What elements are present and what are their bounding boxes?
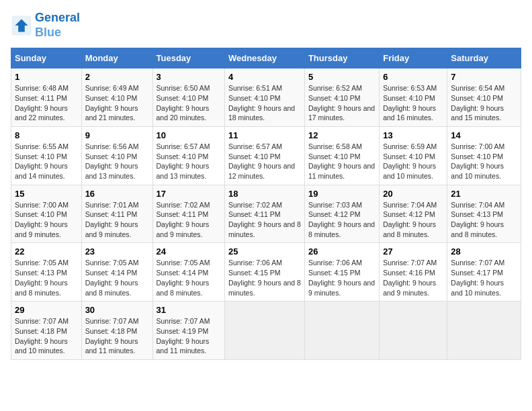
- day-info: Sunrise: 7:05 AM Sunset: 4:14 PM Dayligh…: [85, 258, 149, 298]
- calendar-cell: 20 Sunrise: 7:04 AM Sunset: 4:12 PM Dayl…: [380, 185, 447, 243]
- calendar-table: SundayMondayTuesdayWednesdayThursdayFrid…: [11, 48, 521, 360]
- calendar-cell: 21 Sunrise: 7:04 AM Sunset: 4:13 PM Dayl…: [447, 185, 521, 243]
- day-number: 28: [451, 246, 517, 257]
- day-number: 27: [383, 246, 443, 257]
- day-number: 23: [85, 246, 149, 257]
- calendar-cell: [224, 302, 304, 360]
- day-info: Sunrise: 6:53 AM Sunset: 4:10 PM Dayligh…: [383, 83, 443, 123]
- calendar-cell: 13 Sunrise: 6:59 AM Sunset: 4:10 PM Dayl…: [380, 126, 447, 185]
- calendar-week-row: 22 Sunrise: 7:05 AM Sunset: 4:13 PM Dayl…: [11, 243, 521, 302]
- day-info: Sunrise: 6:49 AM Sunset: 4:10 PM Dayligh…: [85, 83, 149, 123]
- calendar-cell: 15 Sunrise: 7:00 AM Sunset: 4:10 PM Dayl…: [11, 185, 82, 243]
- calendar-header-row: SundayMondayTuesdayWednesdayThursdayFrid…: [11, 48, 521, 68]
- day-number: 3: [157, 72, 221, 82]
- day-number: 18: [228, 189, 301, 199]
- day-info: Sunrise: 7:07 AM Sunset: 4:18 PM Dayligh…: [15, 316, 78, 356]
- calendar-cell: 22 Sunrise: 7:05 AM Sunset: 4:13 PM Dayl…: [11, 243, 82, 302]
- calendar-cell: 7 Sunrise: 6:54 AM Sunset: 4:10 PM Dayli…: [447, 68, 521, 127]
- day-info: Sunrise: 7:04 AM Sunset: 4:13 PM Dayligh…: [451, 200, 517, 240]
- day-number: 30: [85, 305, 149, 315]
- calendar-cell: 25 Sunrise: 7:06 AM Sunset: 4:15 PM Dayl…: [224, 243, 304, 302]
- calendar-week-row: 15 Sunrise: 7:00 AM Sunset: 4:10 PM Dayl…: [11, 185, 521, 243]
- calendar-cell: [304, 302, 379, 360]
- day-info: Sunrise: 6:59 AM Sunset: 4:10 PM Dayligh…: [383, 142, 443, 181]
- day-number: 9: [85, 130, 149, 140]
- day-info: Sunrise: 6:57 AM Sunset: 4:10 PM Dayligh…: [228, 142, 301, 181]
- day-info: Sunrise: 7:01 AM Sunset: 4:11 PM Dayligh…: [85, 200, 149, 240]
- calendar-cell: 30 Sunrise: 7:07 AM Sunset: 4:18 PM Dayl…: [81, 302, 152, 360]
- calendar-cell: 2 Sunrise: 6:49 AM Sunset: 4:10 PM Dayli…: [81, 68, 152, 127]
- calendar-cell: 3 Sunrise: 6:50 AM Sunset: 4:10 PM Dayli…: [152, 68, 224, 127]
- day-header: Wednesday: [224, 48, 304, 68]
- day-header: Friday: [380, 48, 447, 68]
- calendar-cell: 10 Sunrise: 6:57 AM Sunset: 4:10 PM Dayl…: [152, 126, 224, 185]
- day-number: 2: [85, 72, 149, 82]
- day-info: Sunrise: 6:54 AM Sunset: 4:10 PM Dayligh…: [451, 83, 517, 123]
- day-info: Sunrise: 7:02 AM Sunset: 4:11 PM Dayligh…: [157, 200, 221, 240]
- day-info: Sunrise: 6:56 AM Sunset: 4:10 PM Dayligh…: [85, 142, 149, 181]
- day-info: Sunrise: 6:52 AM Sunset: 4:10 PM Dayligh…: [308, 83, 375, 123]
- day-info: Sunrise: 6:58 AM Sunset: 4:10 PM Dayligh…: [308, 142, 375, 181]
- logo-text: General Blue: [35, 11, 80, 40]
- calendar-cell: 12 Sunrise: 6:58 AM Sunset: 4:10 PM Dayl…: [304, 126, 379, 185]
- day-number: 19: [308, 189, 375, 199]
- day-number: 5: [308, 72, 375, 82]
- day-number: 7: [451, 72, 517, 82]
- day-number: 26: [308, 246, 375, 257]
- day-number: 24: [157, 246, 221, 257]
- day-number: 10: [157, 130, 221, 140]
- calendar-cell: 26 Sunrise: 7:06 AM Sunset: 4:15 PM Dayl…: [304, 243, 379, 302]
- day-info: Sunrise: 7:07 AM Sunset: 4:17 PM Dayligh…: [451, 258, 517, 298]
- calendar-cell: 17 Sunrise: 7:02 AM Sunset: 4:11 PM Dayl…: [152, 185, 224, 243]
- calendar-cell: 1 Sunrise: 6:48 AM Sunset: 4:11 PM Dayli…: [11, 68, 82, 127]
- day-number: 20: [383, 189, 443, 199]
- day-header: Saturday: [447, 48, 521, 68]
- calendar-cell: [380, 302, 447, 360]
- calendar-cell: 8 Sunrise: 6:55 AM Sunset: 4:10 PM Dayli…: [11, 126, 82, 185]
- day-info: Sunrise: 7:07 AM Sunset: 4:19 PM Dayligh…: [157, 316, 221, 356]
- day-info: Sunrise: 7:02 AM Sunset: 4:11 PM Dayligh…: [228, 200, 301, 240]
- day-info: Sunrise: 7:00 AM Sunset: 4:10 PM Dayligh…: [15, 200, 78, 240]
- day-header: Sunday: [11, 48, 82, 68]
- day-info: Sunrise: 6:50 AM Sunset: 4:10 PM Dayligh…: [157, 83, 221, 123]
- logo-icon: [11, 15, 32, 36]
- day-number: 17: [157, 189, 221, 199]
- calendar-cell: 6 Sunrise: 6:53 AM Sunset: 4:10 PM Dayli…: [380, 68, 447, 127]
- day-number: 29: [15, 305, 78, 315]
- day-info: Sunrise: 6:57 AM Sunset: 4:10 PM Dayligh…: [157, 142, 221, 181]
- calendar-cell: 28 Sunrise: 7:07 AM Sunset: 4:17 PM Dayl…: [447, 243, 521, 302]
- day-number: 22: [15, 246, 78, 257]
- day-header: Monday: [81, 48, 152, 68]
- day-info: Sunrise: 7:00 AM Sunset: 4:10 PM Dayligh…: [451, 142, 517, 181]
- day-info: Sunrise: 7:05 AM Sunset: 4:14 PM Dayligh…: [157, 258, 221, 298]
- day-info: Sunrise: 7:07 AM Sunset: 4:16 PM Dayligh…: [383, 258, 443, 298]
- day-number: 4: [228, 72, 301, 82]
- day-number: 12: [308, 130, 375, 140]
- day-info: Sunrise: 7:04 AM Sunset: 4:12 PM Dayligh…: [383, 200, 443, 240]
- day-number: 21: [451, 189, 517, 199]
- day-number: 6: [383, 72, 443, 82]
- calendar-cell: 23 Sunrise: 7:05 AM Sunset: 4:14 PM Dayl…: [81, 243, 152, 302]
- day-number: 25: [228, 246, 301, 257]
- day-header: Tuesday: [152, 48, 224, 68]
- day-number: 8: [15, 130, 78, 140]
- calendar-cell: 18 Sunrise: 7:02 AM Sunset: 4:11 PM Dayl…: [224, 185, 304, 243]
- day-number: 11: [228, 130, 301, 140]
- day-number: 1: [15, 72, 78, 82]
- day-info: Sunrise: 7:03 AM Sunset: 4:12 PM Dayligh…: [308, 200, 375, 240]
- calendar-week-row: 8 Sunrise: 6:55 AM Sunset: 4:10 PM Dayli…: [11, 126, 521, 185]
- calendar-cell: 5 Sunrise: 6:52 AM Sunset: 4:10 PM Dayli…: [304, 68, 379, 127]
- calendar-cell: [447, 302, 521, 360]
- logo: General Blue: [11, 11, 80, 40]
- day-number: 13: [383, 130, 443, 140]
- calendar-cell: 29 Sunrise: 7:07 AM Sunset: 4:18 PM Dayl…: [11, 302, 82, 360]
- day-number: 14: [451, 130, 517, 140]
- day-number: 15: [15, 189, 78, 199]
- day-number: 31: [157, 305, 221, 315]
- day-info: Sunrise: 6:48 AM Sunset: 4:11 PM Dayligh…: [15, 83, 78, 123]
- day-info: Sunrise: 6:51 AM Sunset: 4:10 PM Dayligh…: [228, 83, 301, 123]
- page-header: General Blue: [11, 11, 521, 40]
- day-header: Thursday: [304, 48, 379, 68]
- calendar-cell: 16 Sunrise: 7:01 AM Sunset: 4:11 PM Dayl…: [81, 185, 152, 243]
- day-info: Sunrise: 7:06 AM Sunset: 4:15 PM Dayligh…: [228, 258, 301, 298]
